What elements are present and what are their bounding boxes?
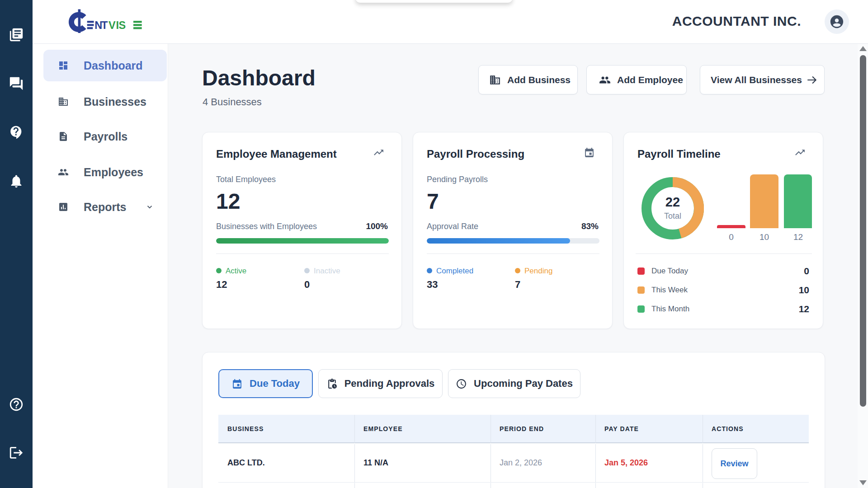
svg-text:S: S (119, 19, 126, 31)
svg-text:V: V (108, 19, 116, 31)
svg-text:T: T (101, 19, 108, 31)
